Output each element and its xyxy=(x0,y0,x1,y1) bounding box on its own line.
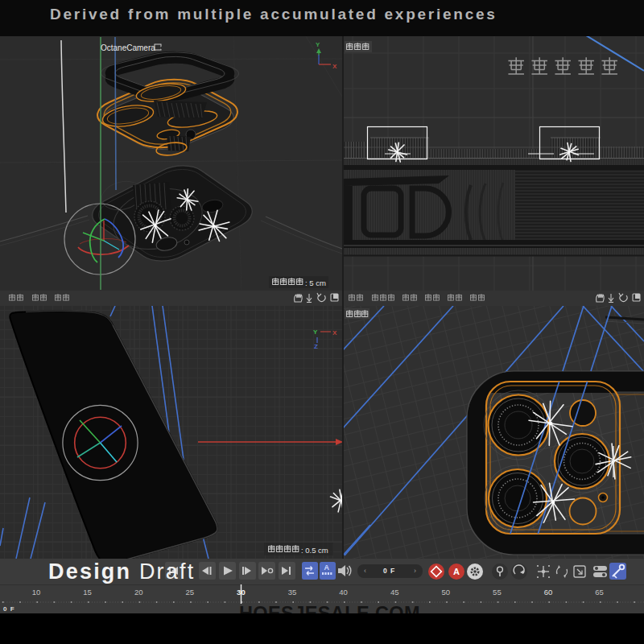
svg-text:65: 65 xyxy=(595,588,604,597)
svg-text:50: 50 xyxy=(442,588,451,597)
svg-text:A: A xyxy=(453,567,460,576)
svg-text:: 0.5 cm: : 0.5 cm xyxy=(301,546,328,555)
svg-text:60: 60 xyxy=(544,588,553,597)
svg-text:40: 40 xyxy=(339,588,348,597)
svg-text:OctaneCamera: OctaneCamera xyxy=(101,43,155,52)
svg-text:›: › xyxy=(414,567,416,575)
svg-text:55: 55 xyxy=(493,588,502,597)
svg-text:35: 35 xyxy=(288,588,297,597)
svg-text:X: X xyxy=(332,63,337,70)
svg-text:A: A xyxy=(324,564,330,572)
svg-text:25: 25 xyxy=(186,588,195,597)
svg-text:‹: ‹ xyxy=(364,567,366,575)
svg-text:Y: Y xyxy=(313,328,318,336)
svg-text:Y: Y xyxy=(316,41,320,48)
svg-text:10: 10 xyxy=(32,588,41,597)
svg-text:Z: Z xyxy=(314,343,318,350)
svg-text:45: 45 xyxy=(390,588,399,597)
svg-text:X: X xyxy=(332,329,337,336)
svg-text:20: 20 xyxy=(134,588,143,597)
svg-text:0 F: 0 F xyxy=(383,567,395,575)
svg-text:15: 15 xyxy=(83,588,92,597)
svg-text:: 5 cm: : 5 cm xyxy=(305,279,326,287)
